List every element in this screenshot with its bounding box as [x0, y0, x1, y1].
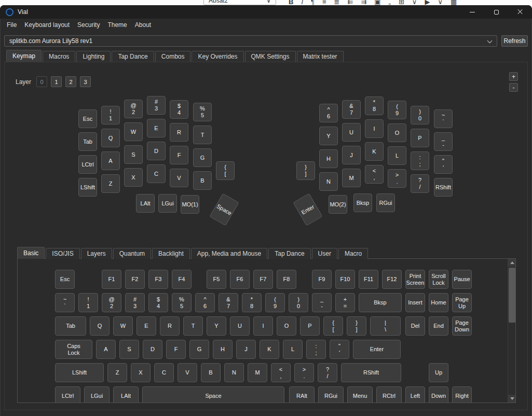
picker-key-rshift[interactable]: RShift: [341, 363, 401, 382]
keymap-key-mo-1[interactable]: MO(1): [181, 195, 199, 214]
picker-key-sym-27[interactable]: _ -: [312, 293, 332, 312]
picker-key-u[interactable]: U: [230, 316, 250, 336]
layer-button-2[interactable]: 2: [65, 76, 76, 87]
picker-key-5[interactable]: % 5: [172, 293, 192, 312]
keymap-key-rgui[interactable]: RGui: [376, 193, 395, 212]
picker-key-p[interactable]: P: [300, 316, 320, 336]
image-icon[interactable]: ▣: [374, 0, 380, 5]
keymap-key-sym-51[interactable]: > .: [388, 169, 406, 188]
keymap-key-h[interactable]: H: [319, 149, 338, 168]
keymap-key-lctrl[interactable]: LCtrl: [78, 155, 97, 174]
paragraph-icon[interactable]: ¶: [311, 0, 315, 5]
keymap-key-7[interactable]: & 7: [342, 100, 361, 119]
picker-key-esc[interactable]: Esc: [55, 270, 75, 289]
keymap-key-a[interactable]: A: [101, 151, 120, 170]
picker-key-tab[interactable]: Tab: [55, 316, 86, 336]
picker-key-0[interactable]: ) 0: [289, 293, 308, 312]
picker-key-f7[interactable]: F7: [253, 270, 273, 289]
picker-key-t[interactable]: T: [183, 316, 203, 336]
keymap-key-r[interactable]: R: [170, 123, 188, 142]
bold-icon[interactable]: B: [289, 0, 293, 5]
device-dropdown[interactable]: splitkb.com Aurora Lily58 rev1: [4, 35, 497, 47]
picker-key-home[interactable]: Home: [429, 293, 448, 312]
keymap-key-v[interactable]: V: [170, 169, 188, 187]
picker-key-f4[interactable]: F4: [172, 270, 192, 289]
picker-key-r[interactable]: R: [160, 316, 180, 336]
keymap-key-lshift[interactable]: LShift: [78, 178, 97, 197]
keymap-key-e[interactable]: E: [147, 119, 166, 137]
tab-macros[interactable]: Macros: [43, 51, 75, 62]
refresh-button[interactable]: Refresh: [501, 35, 528, 47]
picker-key-f9[interactable]: F9: [312, 270, 332, 289]
keymap-key-sym-47[interactable]: } ]: [296, 161, 315, 180]
picker-key-v[interactable]: V: [178, 363, 197, 382]
keymap-key-o[interactable]: O: [388, 123, 406, 142]
picker-key-o[interactable]: O: [277, 316, 296, 336]
picker-key-down[interactable]: Down: [429, 386, 448, 403]
table-caret-icon[interactable]: ∨: [412, 0, 417, 5]
keymap-key-s[interactable]: S: [124, 145, 143, 164]
keymap-key-rshift[interactable]: RShift: [434, 178, 453, 197]
picker-key-scroll-lock[interactable]: Scroll Lock: [429, 270, 448, 289]
picker-key-sym-72[interactable]: > .: [294, 363, 314, 382]
picker-key-f12[interactable]: F12: [382, 270, 402, 289]
italic-icon[interactable]: I: [301, 0, 303, 5]
bullet-list-icon[interactable]: ≡: [322, 0, 326, 5]
picker-key-f10[interactable]: F10: [335, 270, 355, 289]
keymap-key-5[interactable]: % 5: [193, 103, 212, 121]
picker-key-e[interactable]: E: [137, 316, 156, 336]
picker-key-sym-44[interactable]: { [: [323, 316, 343, 336]
picker-tab-basic[interactable]: Basic: [17, 247, 45, 259]
picker-key-sym-60[interactable]: : ;: [306, 340, 326, 359]
picker-key-a[interactable]: A: [96, 340, 116, 359]
picker-key-2[interactable]: @ 2: [102, 293, 121, 312]
picker-tab-iso-jis[interactable]: ISO/JIS: [46, 248, 79, 259]
picker-key-j[interactable]: J: [236, 340, 256, 359]
keymap-key-sym-46[interactable]: " ': [434, 155, 453, 174]
layer-button-0[interactable]: 0: [36, 76, 47, 87]
zoom-in-button[interactable]: +: [509, 72, 518, 81]
tab-key-overrides[interactable]: Key Overrides: [192, 51, 243, 62]
picker-key-h[interactable]: H: [213, 340, 233, 359]
picker-tab-quantum[interactable]: Quantum: [113, 248, 151, 259]
picker-key-sym-73[interactable]: ? /: [318, 363, 337, 382]
keymap-key-w[interactable]: W: [124, 122, 143, 141]
picker-key-f6[interactable]: F6: [230, 270, 250, 289]
picker-key-i[interactable]: I: [253, 316, 273, 336]
zoom-out-button[interactable]: -: [509, 83, 518, 92]
keymap-key-u[interactable]: U: [342, 123, 361, 142]
indent-icon[interactable]: ⇉: [361, 0, 366, 5]
picker-key-sym-61[interactable]: " ': [330, 340, 349, 359]
picker-key-page-up[interactable]: Page Up: [452, 293, 472, 312]
picker-key-b[interactable]: B: [201, 363, 221, 382]
picker-key-caps-lock[interactable]: Caps Lock: [55, 340, 92, 359]
picker-key-q[interactable]: Q: [90, 316, 110, 336]
keymap-key-esc[interactable]: Esc: [78, 109, 97, 128]
picker-scrollbar[interactable]: [508, 259, 515, 403]
picker-key-f3[interactable]: F3: [148, 270, 168, 289]
keymap-key-j[interactable]: J: [342, 146, 361, 164]
keymap-key-y[interactable]: Y: [319, 127, 338, 145]
maximize-button[interactable]: [484, 5, 508, 19]
keymap-key-bksp[interactable]: Bksp: [353, 193, 372, 212]
picker-key-menu[interactable]: Menu: [347, 386, 373, 403]
picker-key-x[interactable]: X: [131, 363, 151, 382]
quote-icon[interactable]: „: [389, 0, 391, 5]
minimize-button[interactable]: [460, 5, 484, 19]
picker-key-end[interactable]: End: [429, 316, 448, 336]
tab-matrix-tester[interactable]: Matrix tester: [297, 51, 344, 62]
picker-key-4[interactable]: $ 4: [148, 293, 168, 312]
picker-key-w[interactable]: W: [113, 316, 133, 336]
picker-key-lctrl[interactable]: LCtrl: [55, 386, 80, 403]
keymap-key-1[interactable]: ! 1: [101, 106, 120, 124]
picker-key-rctrl[interactable]: RCtrl: [376, 386, 402, 403]
keymap-key-8[interactable]: * 8: [365, 96, 384, 115]
media-icon[interactable]: ▶: [425, 0, 430, 5]
keymap-key-sym-40[interactable]: _ -: [434, 132, 453, 151]
picker-key-9[interactable]: ( 9: [265, 293, 285, 312]
layer-button-3[interactable]: 3: [80, 76, 91, 87]
picker-key-lshift[interactable]: LShift: [55, 363, 104, 382]
picker-tab-layers[interactable]: Layers: [81, 248, 112, 259]
tab-keymap[interactable]: Keymap: [6, 50, 42, 62]
outdent-icon[interactable]: ⇇: [348, 0, 353, 5]
